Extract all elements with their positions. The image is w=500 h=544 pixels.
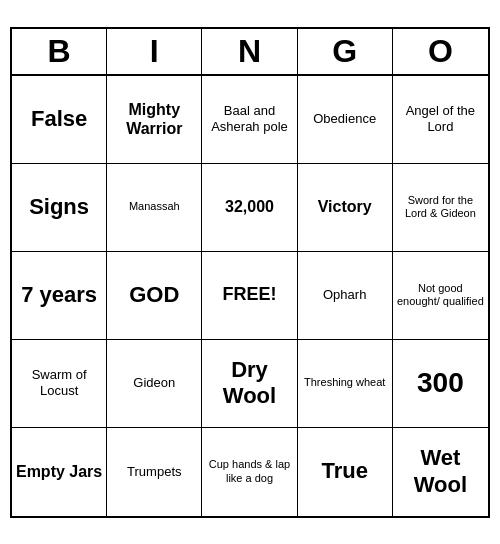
bingo-cell: Opharh	[298, 252, 393, 340]
bingo-cell: Cup hands & lap like a dog	[202, 428, 297, 516]
bingo-cell: Swarm of Locust	[12, 340, 107, 428]
bingo-cell: GOD	[107, 252, 202, 340]
header-letter: G	[298, 29, 393, 74]
bingo-cell: Not good enought/ qualified	[393, 252, 488, 340]
bingo-cell: Signs	[12, 164, 107, 252]
bingo-cell: False	[12, 76, 107, 164]
bingo-cell: Obedience	[298, 76, 393, 164]
bingo-cell: Trumpets	[107, 428, 202, 516]
bingo-cell: Manassah	[107, 164, 202, 252]
header-letter: I	[107, 29, 202, 74]
bingo-cell: Sword for the Lord & Gideon	[393, 164, 488, 252]
bingo-header: BINGO	[12, 29, 488, 76]
bingo-cell: Mighty Warrior	[107, 76, 202, 164]
bingo-cell: FREE!	[202, 252, 297, 340]
bingo-card: BINGO FalseMighty WarriorBaal and Ashera…	[10, 27, 490, 518]
bingo-cell: 300	[393, 340, 488, 428]
header-letter: B	[12, 29, 107, 74]
bingo-cell: Threshing wheat	[298, 340, 393, 428]
bingo-cell: True	[298, 428, 393, 516]
bingo-cell: Victory	[298, 164, 393, 252]
bingo-cell: Angel of the Lord	[393, 76, 488, 164]
bingo-cell: Gideon	[107, 340, 202, 428]
header-letter: N	[202, 29, 297, 74]
bingo-grid: FalseMighty WarriorBaal and Asherah pole…	[12, 76, 488, 516]
bingo-cell: 7 years	[12, 252, 107, 340]
bingo-cell: Wet Wool	[393, 428, 488, 516]
bingo-cell: Dry Wool	[202, 340, 297, 428]
bingo-cell: Empty Jars	[12, 428, 107, 516]
header-letter: O	[393, 29, 488, 74]
bingo-cell: Baal and Asherah pole	[202, 76, 297, 164]
bingo-cell: 32,000	[202, 164, 297, 252]
